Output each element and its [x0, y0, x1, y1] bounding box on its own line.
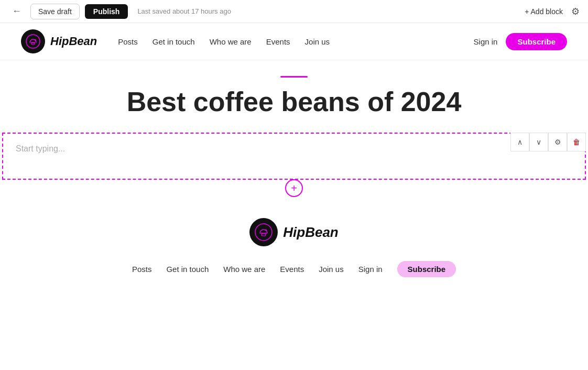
svg-point-2 [255, 224, 272, 241]
block-delete-button[interactable]: 🗑 [567, 133, 586, 151]
svg-rect-1 [31, 43, 35, 45]
site-header-right: Sign in Subscribe [474, 33, 567, 50]
footer-nav-events[interactable]: Events [280, 265, 304, 274]
site-header: HipBean Posts Get in touch Who we are Ev… [0, 23, 588, 60]
footer-nav-posts[interactable]: Posts [132, 265, 152, 274]
content-placeholder: Start typing... [16, 144, 65, 153]
block-move-down-button[interactable]: ∨ [529, 133, 548, 151]
publish-button[interactable]: Publish [85, 4, 128, 19]
main-content: Best coffee beans of 2024 ∧ ∨ ⚙ 🗑 Start … [0, 60, 588, 197]
article-accent-line [280, 76, 308, 78]
nav-posts[interactable]: Posts [118, 37, 138, 46]
back-button[interactable]: ← [8, 3, 25, 20]
block-controls: ∧ ∨ ⚙ 🗑 [510, 133, 586, 151]
logo-icon [21, 29, 45, 53]
footer-nav-join-us[interactable]: Join us [319, 265, 344, 274]
site-nav: Posts Get in touch Who we are Events Joi… [118, 37, 330, 46]
toolbar-right: + Add block ⚙ [525, 6, 580, 17]
logo-area: HipBean [21, 29, 97, 53]
footer-logo: HipBean [249, 218, 338, 246]
toolbar-left: ← Save draft Publish Last saved about 17… [8, 3, 231, 20]
add-block-button[interactable]: + Add block [525, 7, 563, 16]
footer-subscribe-button[interactable]: Subscribe [397, 261, 456, 277]
svg-point-0 [26, 35, 40, 48]
hipbean-logo-svg [26, 34, 40, 49]
footer-nav-sign-in[interactable]: Sign in [358, 265, 383, 274]
site-footer: HipBean Posts Get in touch Who we are Ev… [0, 197, 588, 288]
nav-events[interactable]: Events [266, 37, 290, 46]
footer-nav-get-in-touch[interactable]: Get in touch [166, 265, 209, 274]
svg-rect-3 [262, 234, 266, 236]
nav-who-we-are[interactable]: Who we are [210, 37, 252, 46]
footer-logo-icon [249, 218, 278, 246]
footer-nav: Posts Get in touch Who we are Events Joi… [132, 261, 456, 277]
footer-logo-svg [255, 223, 273, 241]
content-block-wrapper: ∧ ∨ ⚙ 🗑 Start typing... [0, 133, 588, 180]
toolbar: ← Save draft Publish Last saved about 17… [0, 0, 588, 23]
footer-logo-text: HipBean [283, 224, 338, 241]
subscribe-button-header[interactable]: Subscribe [506, 33, 567, 50]
site-logo-text: HipBean [50, 35, 97, 48]
nav-join-us[interactable]: Join us [305, 37, 330, 46]
sign-in-button[interactable]: Sign in [474, 37, 498, 46]
save-draft-button[interactable]: Save draft [30, 4, 80, 19]
settings-icon[interactable]: ⚙ [571, 6, 580, 17]
autosave-status: Last saved about 17 hours ago [137, 7, 231, 15]
block-move-up-button[interactable]: ∧ [510, 133, 529, 151]
block-settings-button[interactable]: ⚙ [548, 133, 567, 151]
content-block[interactable]: ∧ ∨ ⚙ 🗑 Start typing... [2, 133, 586, 180]
article-title: Best coffee beans of 2024 [127, 87, 462, 117]
footer-nav-who-we-are[interactable]: Who we are [223, 265, 265, 274]
nav-get-in-touch[interactable]: Get in touch [153, 37, 195, 46]
add-block-center: + [285, 179, 303, 197]
add-block-circle-button[interactable]: + [285, 179, 303, 197]
